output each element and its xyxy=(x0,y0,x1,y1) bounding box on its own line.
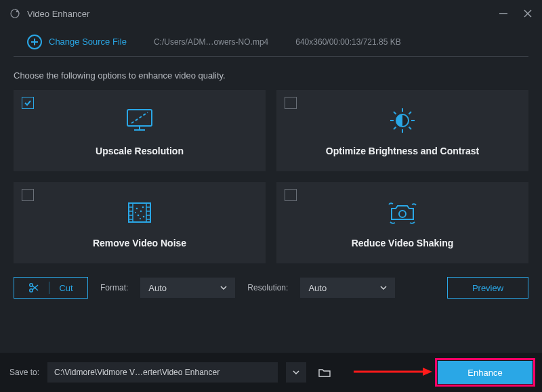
svg-line-17 xyxy=(394,112,396,114)
plus-circle-icon xyxy=(27,35,42,49)
chevron-down-icon xyxy=(220,286,227,290)
resolution-value: Auto xyxy=(308,283,327,293)
preview-label: Preview xyxy=(472,283,503,293)
enhance-button[interactable]: Enhance xyxy=(438,361,533,384)
options-grid: Upscale Resolution xyxy=(0,90,542,263)
svg-point-33 xyxy=(140,211,142,213)
checkbox-icon[interactable] xyxy=(22,97,34,109)
minimize-button[interactable] xyxy=(499,9,508,18)
cut-label: Cut xyxy=(59,283,72,293)
svg-line-20 xyxy=(394,127,396,130)
option-brightness-contrast[interactable]: Optimize Brightness and Contrast xyxy=(276,90,528,171)
svg-point-36 xyxy=(143,216,145,218)
instruction-text: Choose the following options to enhance … xyxy=(0,57,542,90)
option-label: Remove Video Noise xyxy=(93,238,186,248)
close-button[interactable] xyxy=(523,9,533,18)
svg-point-32 xyxy=(136,208,138,210)
chevron-down-icon xyxy=(380,286,387,290)
footer: Save to: C:\Vidmore\Vidmore V…erter\Vide… xyxy=(0,353,542,392)
checkbox-icon[interactable] xyxy=(22,189,34,201)
svg-line-8 xyxy=(131,112,148,123)
svg-point-1 xyxy=(16,11,18,13)
option-upscale-resolution[interactable]: Upscale Resolution xyxy=(14,90,266,171)
scissors-icon xyxy=(28,282,39,293)
cut-button[interactable]: Cut xyxy=(14,277,88,299)
svg-point-34 xyxy=(138,215,140,217)
titlebar: Video Enhancer xyxy=(0,0,542,27)
option-label: Optimize Brightness and Contrast xyxy=(326,146,479,156)
resolution-select[interactable]: Auto xyxy=(300,278,395,298)
controls-row: Cut Format: Auto Resolution: Auto Previe… xyxy=(0,263,542,312)
camera-shake-icon xyxy=(385,197,420,228)
svg-point-39 xyxy=(399,211,406,217)
format-value: Auto xyxy=(148,283,167,293)
format-label: Format: xyxy=(100,283,128,292)
monitor-upscale-icon xyxy=(123,105,156,136)
option-remove-noise[interactable]: Remove Video Noise xyxy=(14,182,266,263)
film-noise-icon xyxy=(123,197,156,228)
svg-line-19 xyxy=(409,112,412,114)
source-row: Change Source File C:/Users/ADM…owers-NO… xyxy=(14,27,528,57)
resolution-label: Resolution: xyxy=(247,283,288,292)
save-path-value: C:\Vidmore\Vidmore V…erter\Video Enhance… xyxy=(54,368,220,377)
save-to-label: Save to: xyxy=(9,368,39,377)
source-path: C:/Users/ADM…owers-NO.mp4 xyxy=(154,37,268,47)
svg-point-37 xyxy=(135,212,136,213)
divider xyxy=(49,282,49,294)
app-icon xyxy=(9,8,20,19)
open-folder-button[interactable] xyxy=(314,362,335,383)
save-path-dropdown[interactable] xyxy=(286,362,306,383)
option-label: Upscale Resolution xyxy=(96,146,184,156)
option-reduce-shaking[interactable]: Reduce Video Shaking xyxy=(276,182,528,263)
enhance-label: Enhance xyxy=(467,368,502,378)
change-source-button[interactable]: Change Source File xyxy=(27,35,127,49)
checkbox-icon[interactable] xyxy=(285,189,297,201)
app-title: Video Enhancer xyxy=(27,9,499,19)
change-source-label: Change Source File xyxy=(49,37,127,47)
svg-line-18 xyxy=(409,127,412,130)
preview-button[interactable]: Preview xyxy=(447,277,528,299)
source-meta: 640x360/00:00:13/721.85 KB xyxy=(295,37,400,47)
svg-point-35 xyxy=(142,206,144,209)
format-select[interactable]: Auto xyxy=(140,278,235,298)
window-controls xyxy=(499,9,533,18)
checkbox-icon[interactable] xyxy=(285,97,297,109)
svg-point-38 xyxy=(140,218,141,219)
save-path-field[interactable]: C:\Vidmore\Vidmore V…erter\Video Enhance… xyxy=(47,362,278,383)
option-label: Reduce Video Shaking xyxy=(352,238,454,248)
brightness-icon xyxy=(386,105,419,136)
